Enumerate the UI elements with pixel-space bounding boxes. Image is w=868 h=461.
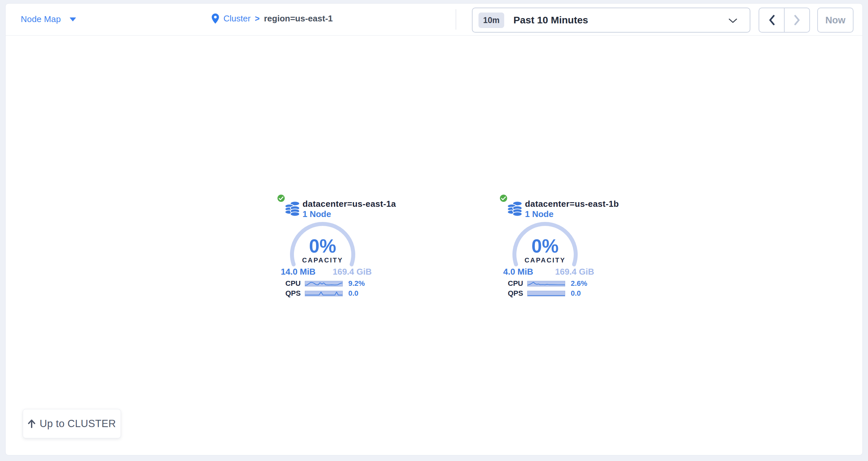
locality-title: datacenter=us-east-1b xyxy=(525,199,619,209)
caret-down-icon xyxy=(69,18,76,22)
capacity-used: 4.0 MiB xyxy=(503,267,533,277)
capacity-percent: 0% xyxy=(286,235,359,257)
qps-row: QPS 0.0 xyxy=(285,289,371,298)
time-range-select[interactable]: 10m Past 10 Minutes xyxy=(472,7,750,33)
main-panel xyxy=(5,3,863,455)
cpu-value: 9.2% xyxy=(348,279,365,288)
view-selector-label: Node Map xyxy=(21,14,61,24)
capacity-minmax: 4.0 MiB 169.4 GiB xyxy=(503,267,594,277)
time-range-badge: 10m xyxy=(478,12,504,28)
locality-title: datacenter=us-east-1a xyxy=(303,199,396,209)
qps-sparkline xyxy=(305,291,343,296)
cpu-label: CPU xyxy=(285,279,305,288)
locality-card-us-east-1a[interactable]: datacenter=us-east-1a 1 Node 0% CAPACITY… xyxy=(277,194,373,302)
capacity-percent: 0% xyxy=(509,235,581,257)
capacity-minmax: 14.0 MiB 169.4 GiB xyxy=(281,267,372,277)
cpu-row: CPU 2.6% xyxy=(508,279,593,288)
breadcrumb-separator: > xyxy=(255,14,260,23)
locality-card-us-east-1b[interactable]: datacenter=us-east-1b 1 Node 0% CAPACITY… xyxy=(499,194,595,302)
qps-label: QPS xyxy=(285,289,305,298)
node-map-page: Node Map Cluster > region=us-east-1 10m … xyxy=(0,0,868,461)
metric-rows: CPU 9.2% QPS 0.0 xyxy=(285,279,371,299)
breadcrumb-current: region=us-east-1 xyxy=(264,13,333,24)
qps-value: 0.0 xyxy=(571,289,581,298)
arrow-up-icon xyxy=(28,419,36,428)
location-pin-icon xyxy=(211,13,220,24)
time-nav-group xyxy=(758,7,810,33)
database-stack-icon xyxy=(285,200,301,217)
qps-row: QPS 0.0 xyxy=(508,289,593,298)
breadcrumb: Cluster > region=us-east-1 xyxy=(211,13,333,24)
up-to-cluster-button[interactable]: Up to CLUSTER xyxy=(23,409,121,438)
metric-rows: CPU 2.6% QPS 0.0 xyxy=(508,279,593,299)
view-selector-dropdown[interactable]: Node Map xyxy=(21,14,76,24)
cpu-label: CPU xyxy=(508,279,527,288)
cpu-value: 2.6% xyxy=(571,279,587,288)
capacity-label: CAPACITY xyxy=(509,257,581,264)
qps-label: QPS xyxy=(508,289,527,298)
cpu-sparkline xyxy=(527,281,565,287)
time-range-label: Past 10 Minutes xyxy=(514,14,588,26)
healthy-check-icon xyxy=(499,194,508,202)
breadcrumb-cluster-link[interactable]: Cluster xyxy=(223,13,250,24)
time-next-button[interactable] xyxy=(784,8,809,32)
qps-value: 0.0 xyxy=(348,289,359,298)
healthy-check-icon xyxy=(277,194,285,202)
locality-node-count: 1 Node xyxy=(525,209,554,219)
chevron-right-icon xyxy=(794,15,801,25)
chevron-left-icon xyxy=(769,15,775,25)
capacity-total: 169.4 GiB xyxy=(555,267,594,277)
locality-node-count: 1 Node xyxy=(303,209,331,219)
chevron-down-icon xyxy=(728,19,737,23)
capacity-total: 169.4 GiB xyxy=(333,267,372,277)
header-divider xyxy=(456,9,456,30)
cpu-row: CPU 9.2% xyxy=(285,279,371,288)
capacity-used: 14.0 MiB xyxy=(281,267,316,277)
now-button[interactable]: Now xyxy=(817,7,854,33)
time-prev-button[interactable] xyxy=(759,8,784,32)
database-stack-icon xyxy=(507,200,523,217)
cpu-sparkline xyxy=(305,281,343,287)
qps-sparkline xyxy=(527,291,565,296)
capacity-label: CAPACITY xyxy=(286,257,359,264)
up-to-cluster-label: Up to CLUSTER xyxy=(39,418,116,430)
